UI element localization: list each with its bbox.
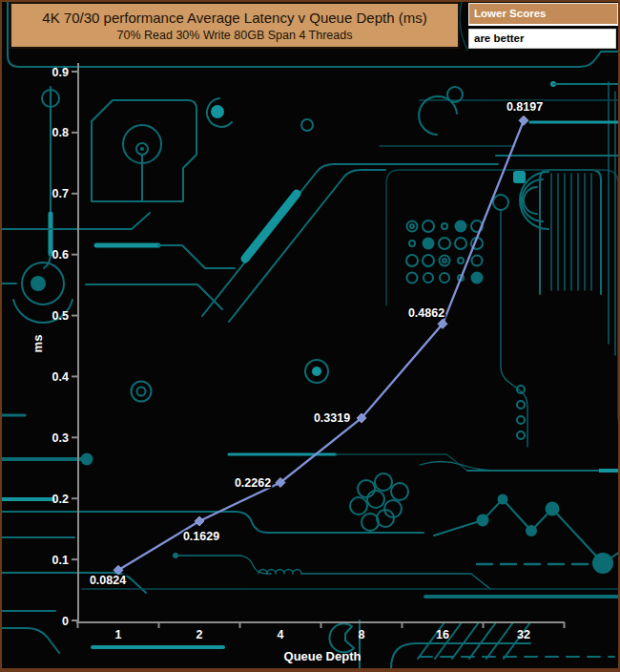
y-tick-label: 0.2 xyxy=(52,493,69,506)
y-axis-title: ms xyxy=(31,335,45,353)
data-point-label: 0.2262 xyxy=(235,476,271,490)
chart-title-banner: 4K 70/30 performance Average Latency v Q… xyxy=(10,2,460,49)
data-point-marker xyxy=(195,516,204,526)
data-point-label: 0.4862 xyxy=(408,306,444,320)
y-tick-label: 0.1 xyxy=(52,554,69,567)
y-tick-label: 0.5 xyxy=(52,309,69,323)
lower-scores-note: Lower Scores are better xyxy=(468,3,618,49)
chart-title: 4K 70/30 performance Average Latency v Q… xyxy=(11,8,458,28)
data-point-label: 0.1629 xyxy=(183,530,219,543)
x-tick-label: 2 xyxy=(196,628,203,641)
x-tick-label: 8 xyxy=(359,628,365,641)
data-point-label: 0.3319 xyxy=(314,411,350,425)
benchmark-chart-page: 00.10.20.30.40.50.60.70.80.912481632Queu… xyxy=(0,0,620,672)
x-tick-label: 32 xyxy=(517,628,530,641)
y-tick-label: 0 xyxy=(62,615,69,628)
x-tick-label: 1 xyxy=(115,628,122,641)
y-tick-label: 0.6 xyxy=(52,248,69,262)
data-point-marker xyxy=(519,116,528,125)
y-tick-label: 0.7 xyxy=(52,187,69,200)
latency-line-chart: 00.10.20.30.40.50.60.70.80.912481632Queu… xyxy=(0,0,620,672)
page-border-top xyxy=(0,0,620,2)
data-point-label: 0.8197 xyxy=(506,100,543,114)
x-tick-label: 16 xyxy=(436,628,449,641)
x-tick-label: 4 xyxy=(278,628,284,641)
y-tick-label: 0.8 xyxy=(52,126,69,139)
y-tick-label: 0.4 xyxy=(52,370,69,384)
note-header: Lower Scores xyxy=(468,3,618,26)
x-axis-title: Queue Depth xyxy=(284,649,362,663)
note-body: are better xyxy=(468,29,616,49)
y-tick-label: 0.3 xyxy=(52,431,69,445)
latency-series-line xyxy=(118,120,524,570)
page-border-left xyxy=(0,0,2,672)
chart-subtitle: 70% Read 30% Write 80GB Span 4 Threads xyxy=(11,28,458,44)
y-tick-label: 0.9 xyxy=(52,66,69,79)
page-border-bottom xyxy=(0,668,620,672)
data-point-label: 0.0824 xyxy=(90,574,126,587)
